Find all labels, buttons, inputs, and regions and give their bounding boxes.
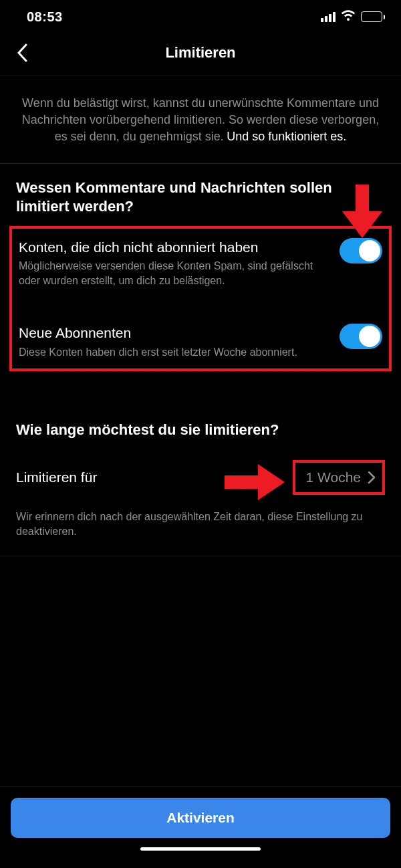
chevron-left-icon: [17, 43, 27, 62]
intro-section: Wenn du belästigt wirst, kannst du unerw…: [0, 76, 401, 164]
svg-marker-0: [342, 185, 382, 238]
intro-link[interactable]: Und so funktioniert es.: [227, 130, 346, 143]
annotation-arrow-right-icon: [225, 464, 285, 500]
section1-heading: Wessen Kommentare und Nachrichten sollen…: [0, 164, 401, 226]
limit-who-group: Konten, die dich nicht abonniert haben M…: [9, 226, 392, 371]
status-bar: 08:53: [0, 0, 401, 29]
cellular-icon: [321, 12, 336, 22]
activate-bar: Aktivieren: [0, 786, 401, 868]
toggle-new-followers-title: Neue Abonnenten: [19, 324, 326, 342]
toggle-non-followers-title: Konten, die dich nicht abonniert haben: [19, 238, 326, 256]
toggle-new-followers-desc: Diese Konten haben dich erst seit letzte…: [19, 345, 326, 360]
limit-duration-row: Limitieren für 1 Woche: [9, 449, 392, 506]
svg-marker-1: [225, 464, 285, 500]
limit-duration-value: 1 Woche: [306, 469, 362, 485]
status-icons: [321, 10, 385, 23]
toggle-new-followers: Neue Abonnenten Diese Konten haben dich …: [17, 320, 384, 359]
home-indicator[interactable]: [140, 847, 261, 851]
annotation-arrow-down-icon: [342, 185, 382, 238]
chevron-right-icon: [368, 471, 376, 484]
status-time: 08:53: [27, 9, 63, 25]
battery-icon: [361, 11, 385, 22]
toggle-non-followers-desc: Möglicherweise versenden diese Konten Sp…: [19, 259, 326, 288]
toggle-non-followers-switch[interactable]: [340, 238, 382, 263]
toggle-new-followers-switch[interactable]: [340, 324, 382, 349]
toggle-non-followers: Konten, die dich nicht abonniert haben M…: [17, 234, 384, 288]
back-button[interactable]: [12, 43, 32, 63]
limit-duration-select[interactable]: 1 Woche: [293, 460, 386, 495]
wifi-icon: [341, 10, 356, 23]
nav-header: Limitieren: [0, 29, 401, 76]
activate-button[interactable]: Aktivieren: [11, 798, 390, 838]
page-title: Limitieren: [165, 44, 235, 62]
limit-reminder-text: Wir erinnern dich nach der ausgewählten …: [0, 506, 401, 556]
limit-duration-label: Limitieren für: [16, 469, 97, 485]
section2-heading: Wie lange möchtest du sie limitieren?: [0, 406, 401, 449]
